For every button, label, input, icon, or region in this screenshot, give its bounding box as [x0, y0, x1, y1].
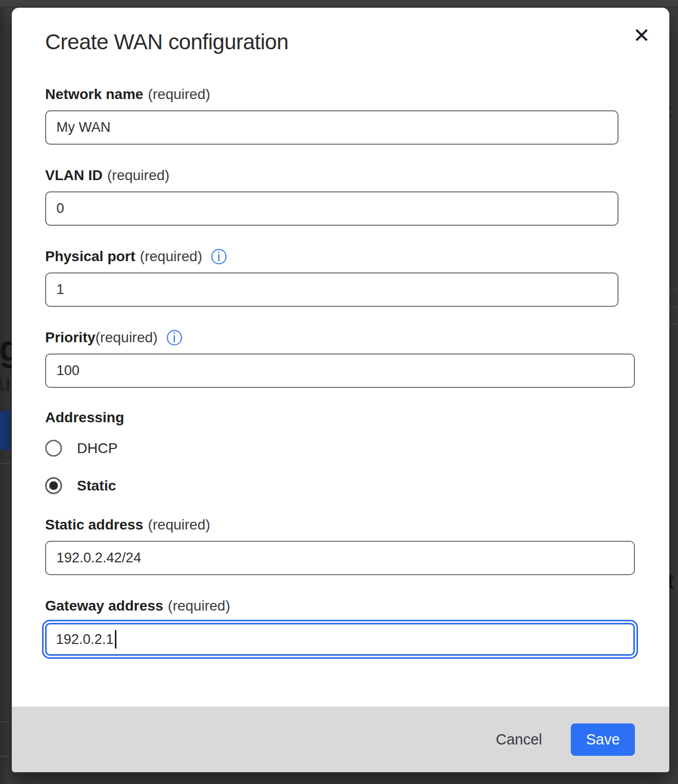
required-hint: (required) [168, 597, 230, 615]
required-hint: (required) [140, 248, 202, 265]
field-label-text: Gateway address [45, 597, 163, 615]
create-wan-configuration-dialog: ✕ Create WAN configuration Network name … [12, 8, 669, 772]
radio-dot [49, 481, 58, 490]
required-hint: (required) [148, 516, 210, 534]
network-name-field-group: Network name (required) [45, 86, 669, 145]
priority-input[interactable] [45, 354, 635, 388]
background-divider [669, 323, 678, 324]
network-name-label: Network name (required) [45, 86, 669, 103]
field-label-text: Physical port [45, 248, 135, 265]
addressing-radio-static[interactable]: Static [45, 477, 669, 494]
text-cursor [115, 630, 116, 649]
field-label-text: Priority [45, 329, 95, 346]
static-address-input[interactable] [45, 541, 635, 575]
physical-port-label: Physical port (required) ⓘ [45, 248, 669, 265]
required-hint: (required) [107, 167, 169, 184]
radio-unselected-icon[interactable] [45, 440, 62, 457]
gateway-address-value: 192.0.2.1 [56, 632, 114, 648]
addressing-radio-dhcp[interactable]: DHCP [45, 440, 669, 457]
static-address-field-group: Static address (required) [45, 516, 669, 575]
background-divider [0, 463, 12, 464]
gateway-address-field-group: Gateway address (required) 192.0.2.1 [45, 597, 669, 656]
field-label-text: VLAN ID [45, 167, 103, 184]
info-icon[interactable]: ⓘ [166, 330, 182, 346]
radio-label[interactable]: Static [77, 478, 116, 494]
priority-field-group: Priority (required) ⓘ [45, 329, 669, 388]
background-top-band [0, 0, 678, 8]
physical-port-field-group: Physical port (required) ⓘ [45, 248, 669, 307]
background-divider [0, 721, 12, 722]
background-divider [0, 756, 12, 757]
required-hint: (required) [95, 329, 157, 346]
vlan-id-field-group: VLAN ID (required) [45, 167, 669, 226]
network-name-input[interactable] [45, 110, 619, 145]
vlan-id-label: VLAN ID (required) [45, 167, 669, 184]
background-blue-button-fragment [0, 410, 10, 450]
dialog-footer: Cancel Save [12, 707, 669, 772]
required-hint: (required) [148, 86, 210, 103]
gateway-address-label: Gateway address (required) [45, 597, 669, 615]
addressing-section-heading: Addressing [45, 409, 669, 426]
close-icon[interactable]: ✕ [629, 23, 654, 48]
static-address-label: Static address (required) [45, 516, 669, 534]
dialog-title: Create WAN configuration [45, 30, 669, 54]
dialog-body: Network name (required) VLAN ID (require… [12, 86, 669, 656]
radio-selected-icon[interactable] [45, 477, 62, 494]
save-button[interactable]: Save [571, 723, 635, 756]
physical-port-input[interactable] [45, 272, 619, 307]
priority-label: Priority (required) ⓘ [45, 329, 669, 346]
radio-label[interactable]: DHCP [77, 440, 117, 457]
info-icon[interactable]: ⓘ [211, 249, 227, 265]
field-label-text: Static address [45, 516, 143, 534]
background-text-fragment: u [0, 373, 10, 394]
field-label-text: Network name [45, 86, 143, 103]
background-left-shade [0, 8, 7, 784]
background-divider [669, 307, 678, 308]
vlan-id-input[interactable] [45, 191, 619, 226]
cancel-button[interactable]: Cancel [493, 726, 545, 753]
background-divider [669, 289, 678, 290]
gateway-address-input[interactable]: 192.0.2.1 [45, 623, 635, 656]
